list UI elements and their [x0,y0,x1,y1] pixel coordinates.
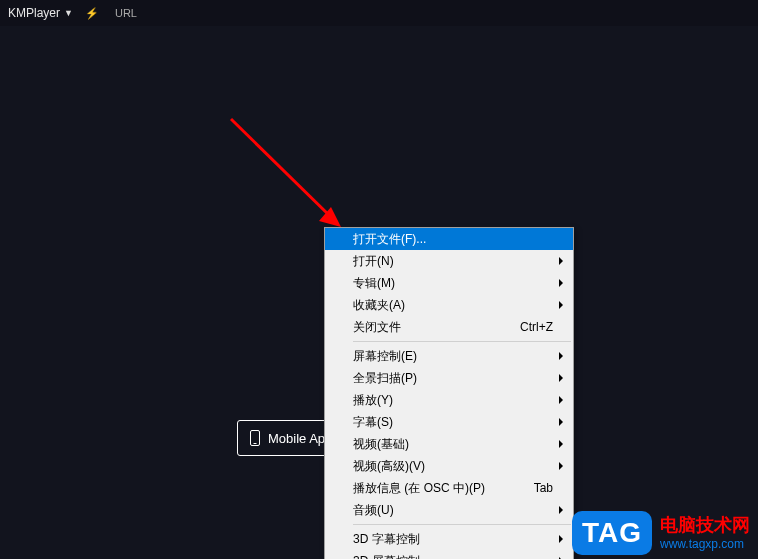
menu-label: 打开(N) [353,253,553,270]
menu-label: 全景扫描(P) [353,370,553,387]
lightning-icon[interactable]: ⚡ [85,6,99,20]
submenu-arrow-icon [559,279,563,287]
menu-close-file[interactable]: 关闭文件 Ctrl+Z [325,316,573,338]
title-bar: KMPlayer ▼ ⚡ URL [0,0,758,26]
menu-label: 3D 字幕控制 [353,531,553,548]
menu-label: 视频(高级)(V) [353,458,553,475]
menu-label: 3D 屏幕控制 [353,553,553,560]
menu-favorites[interactable]: 收藏夹(A) [325,294,573,316]
app-name: KMPlayer [8,6,60,20]
menu-label: 收藏夹(A) [353,297,553,314]
player-content-area: Mobile Ap 打开文件(F)... 打开(N) 专辑(M) 收藏夹(A) … [0,26,758,559]
menu-screen-control[interactable]: 屏幕控制(E) [325,345,573,367]
context-menu: 打开文件(F)... 打开(N) 专辑(M) 收藏夹(A) 关闭文件 Ctrl+… [324,227,574,559]
menu-video-basic[interactable]: 视频(基础) [325,433,573,455]
menu-label: 播放(Y) [353,392,553,409]
submenu-arrow-icon [559,374,563,382]
menu-play-info[interactable]: 播放信息 (在 OSC 中)(P) Tab [325,477,573,499]
menu-3d-screen[interactable]: 3D 屏幕控制 [325,550,573,559]
svg-marker-1 [319,207,341,227]
submenu-arrow-icon [559,535,563,543]
submenu-arrow-icon [559,440,563,448]
menu-subtitle[interactable]: 字幕(S) [325,411,573,433]
url-label[interactable]: URL [115,7,137,19]
menu-video-adv[interactable]: 视频(高级)(V) [325,455,573,477]
menu-pano-scan[interactable]: 全景扫描(P) [325,367,573,389]
menu-label: 打开文件(F)... [353,231,553,248]
menu-shortcut: Ctrl+Z [520,320,553,334]
menu-label: 专辑(M) [353,275,553,292]
submenu-arrow-icon [559,396,563,404]
app-title-dropdown[interactable]: KMPlayer ▼ [8,6,73,20]
chevron-down-icon: ▼ [64,8,73,18]
submenu-arrow-icon [559,301,563,309]
menu-3d-subtitle[interactable]: 3D 字幕控制 [325,528,573,550]
red-arrow-annotation [223,111,353,241]
menu-label: 关闭文件 [353,319,520,336]
watermark-tag: TAG [572,511,652,555]
watermark-cn: 电脑技术网 [660,514,750,537]
watermark-badge: TAG 电脑技术网 www.tagxp.com [564,507,758,559]
menu-label: 屏幕控制(E) [353,348,553,365]
menu-separator [353,524,571,525]
menu-album[interactable]: 专辑(M) [325,272,573,294]
menu-label: 视频(基础) [353,436,553,453]
submenu-arrow-icon [559,418,563,426]
submenu-arrow-icon [559,462,563,470]
mobile-app-button[interactable]: Mobile Ap [237,420,338,456]
submenu-arrow-icon [559,352,563,360]
menu-label: 音频(U) [353,502,553,519]
submenu-arrow-icon [559,257,563,265]
phone-icon [250,430,260,446]
menu-audio[interactable]: 音频(U) [325,499,573,521]
mobile-app-label: Mobile Ap [268,431,325,446]
menu-label: 字幕(S) [353,414,553,431]
menu-shortcut: Tab [534,481,553,495]
menu-open-file[interactable]: 打开文件(F)... [325,228,573,250]
watermark-url: www.tagxp.com [660,537,750,552]
menu-separator [353,341,571,342]
menu-open[interactable]: 打开(N) [325,250,573,272]
watermark-text: 电脑技术网 www.tagxp.com [660,514,750,552]
submenu-arrow-icon [559,506,563,514]
svg-line-0 [231,119,333,219]
menu-label: 播放信息 (在 OSC 中)(P) [353,480,534,497]
menu-play[interactable]: 播放(Y) [325,389,573,411]
